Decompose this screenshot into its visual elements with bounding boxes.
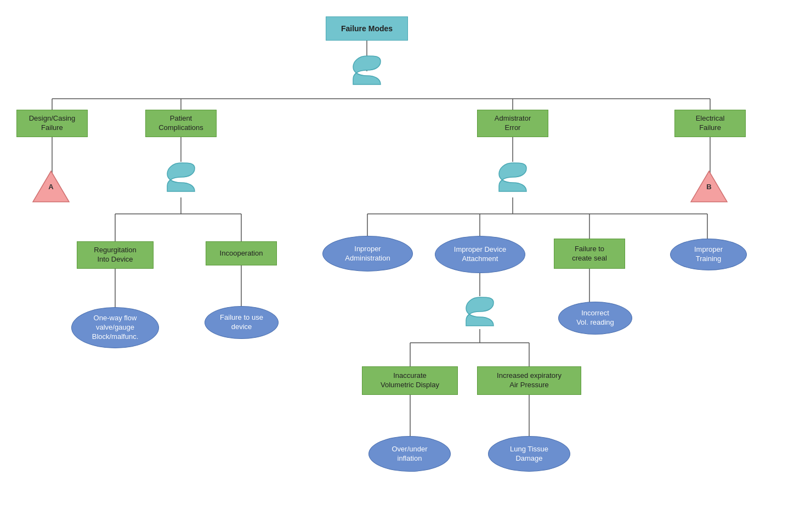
admistrator-error-node: AdmistratorError bbox=[477, 110, 548, 137]
electrical-failure-node: ElectricalFailure bbox=[674, 110, 746, 137]
wavy-patient bbox=[162, 162, 200, 192]
wavy-device bbox=[461, 296, 499, 326]
root-node: Failure Modes bbox=[326, 16, 408, 41]
one-way-node: One-way flowvalve/gaugeBlock/malfunc. bbox=[71, 307, 159, 348]
inproper-admin-node: InproperAdministration bbox=[322, 236, 413, 271]
wavy-root bbox=[348, 55, 386, 85]
improper-device-node: Improper DeviceAttachment bbox=[435, 236, 525, 273]
incorrect-vol-node: IncorrectVol. reading bbox=[558, 302, 632, 335]
triangle-b: B bbox=[690, 170, 728, 203]
diagram: Failure Modes Design/CasingFailure Patie… bbox=[0, 0, 794, 532]
improper-training-node: ImproperTraining bbox=[670, 239, 747, 270]
increased-node: Increased expiratoryAir Pressure bbox=[477, 366, 581, 395]
patient-complications-node: PatientComplications bbox=[145, 110, 217, 137]
triangle-a: A bbox=[32, 170, 70, 203]
lung-tissue-node: Lung TissueDamage bbox=[488, 436, 570, 472]
design-casing-node: Design/CasingFailure bbox=[16, 110, 88, 137]
incooperation-node: Incooperation bbox=[206, 241, 277, 265]
regurgitation-node: RegurgitationInto Device bbox=[77, 241, 154, 269]
inaccurate-node: InaccurateVolumetric Display bbox=[362, 366, 458, 395]
failure-use-node: Failure to usedevice bbox=[205, 306, 279, 339]
over-under-node: Over/underinflation bbox=[368, 436, 451, 472]
failure-seal-node: Failure tocreate seal bbox=[554, 239, 625, 269]
wavy-admin bbox=[494, 162, 532, 192]
